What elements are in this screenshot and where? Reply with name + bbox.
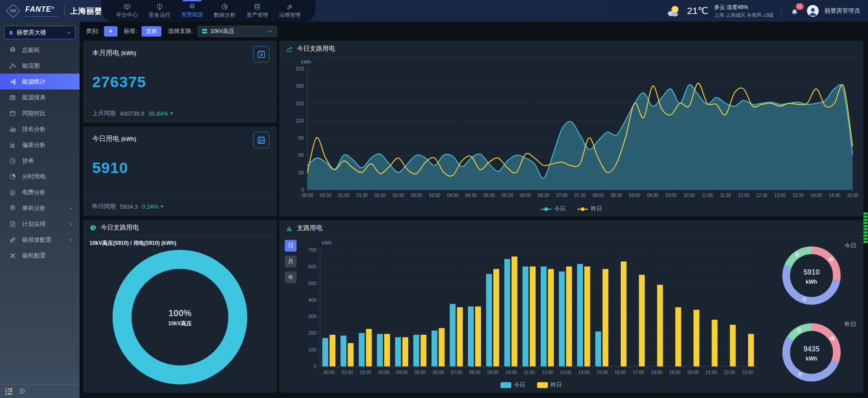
svg-text:14:00: 14:00 [578, 370, 590, 375]
svg-text:20:00: 20:00 [688, 370, 699, 375]
sidebar-item-计划实绩[interactable]: 计划实绩 [0, 216, 80, 232]
legend-item-昨日[interactable]: 昨日 [537, 381, 562, 389]
svg-text:01:30: 01:30 [356, 193, 368, 198]
month-change-percent: 35.84%▼ [148, 110, 174, 117]
today-usage-title: 今日用电(kWh) [92, 135, 136, 143]
svg-text:0: 0 [301, 187, 304, 192]
nav-item-智慧能源[interactable]: ♻智慧能源 [178, 0, 206, 22]
bar-chart-icon [286, 225, 293, 232]
stats-icon [9, 78, 16, 85]
sidebar-item-能耗配置[interactable]: 能耗配置 [0, 248, 80, 263]
pie-icon [221, 3, 228, 10]
svg-text:13:00: 13:00 [774, 193, 786, 198]
period-toggle-年[interactable]: 年 [285, 272, 297, 283]
sidebar-item-偏差分析[interactable]: 偏差分析 [0, 137, 80, 153]
legend-item-今日[interactable]: 今日 [541, 205, 566, 213]
svg-text:平: 平 [802, 297, 807, 303]
period-toggle-日[interactable]: 日 [285, 240, 297, 252]
category-label: 类别: [86, 27, 99, 35]
nav-item-资产管理[interactable]: 资产管理 [243, 0, 271, 22]
svg-text:10kV高压: 10kV高压 [168, 320, 192, 327]
collapse-menu-icon[interactable] [19, 388, 26, 395]
sidebar-item-同期对比[interactable]: 同期对比 [0, 105, 80, 121]
branch-icon [202, 29, 207, 34]
sidebar-item-排名分析[interactable]: 排名分析 [0, 121, 80, 137]
chevron-down-icon [66, 30, 71, 35]
month-usage-card: 本月用电(kWh) 276375 上月同期 430739.8 35.84%▼ [83, 41, 277, 123]
location-pin-icon [8, 30, 14, 36]
legend-item-昨日[interactable]: 昨日 [577, 205, 602, 213]
period-toggle-月[interactable]: 月 [285, 256, 297, 267]
gear-icon: ⚙ [9, 205, 16, 211]
sidebar-item-总能耗[interactable]: ♻总能耗 [0, 42, 80, 58]
month-usage-value: 276375 [92, 73, 146, 91]
trend-chart-icon [286, 45, 293, 52]
energy-dashboard: 风特 FANTE® 上海丽婴房大楼 平台中心安全运行♻智慧能源数据分析资产管理运… [0, 0, 868, 398]
svg-text:16:00: 16:00 [615, 370, 626, 375]
nav-item-label: 资产管理 [246, 11, 268, 19]
svg-text:平: 平 [797, 372, 802, 378]
svg-text:03:30: 03:30 [429, 193, 440, 198]
branch-tag-button[interactable]: 支路 [142, 26, 161, 37]
sidebar-item-能流图[interactable]: 能流图 [0, 58, 80, 74]
line-chart: kWh030609012015018021000:0000:3001:0001:… [279, 57, 863, 202]
sidebar-item-单耗分析[interactable]: ⚙单耗分析 [0, 200, 80, 216]
svg-text:400: 400 [308, 297, 316, 303]
monitor-icon [123, 3, 131, 10]
legend-marker [577, 207, 588, 211]
nav-item-数据分析[interactable]: 数据分析 [211, 0, 239, 22]
month-calendar-button[interactable] [253, 46, 269, 62]
nav-item-平台中心[interactable]: 平台中心 [113, 0, 141, 22]
sidebar-item-label: 能源统计 [22, 78, 46, 86]
brand-name: FANTE® [25, 5, 54, 13]
sidebar-item-分时用电[interactable]: 分时用电 [0, 169, 80, 184]
branch-share-donut: 100%10kV高压 [112, 249, 248, 387]
sidebar-item-label: 能耗配置 [22, 252, 46, 260]
svg-text:60: 60 [298, 152, 304, 158]
line-chart-legend: 今日昨日 [279, 205, 863, 213]
svg-text:09:00: 09:00 [629, 193, 640, 198]
sidebar-item-能源报表[interactable]: 能源报表 [0, 89, 80, 105]
apps-grid-icon[interactable] [5, 388, 12, 395]
avatar[interactable] [807, 5, 819, 17]
sidebar-item-label: 分时用电 [22, 173, 46, 181]
svg-text:00:30: 00:30 [320, 193, 331, 198]
branch-share-title: 今日支路用电 [101, 224, 139, 232]
svg-text:120: 120 [296, 118, 304, 123]
scrollbar-thumb[interactable] [863, 212, 868, 244]
meter-icon [9, 157, 16, 164]
svg-text:600: 600 [308, 264, 316, 269]
today-calendar-button[interactable]: 27 [253, 132, 269, 148]
month-compare-label: 上月同期 [92, 109, 116, 117]
notifications-button[interactable]: 11 [789, 4, 801, 18]
svg-text:08:00: 08:00 [593, 193, 604, 198]
sidebar-item-碳排放配置[interactable]: 碳排放配置 [0, 232, 80, 248]
chevron-down-icon [69, 222, 74, 226]
brand-logo-icon: 风特 [6, 4, 20, 18]
svg-text:04:00: 04:00 [447, 193, 458, 198]
sidebar-item-能源统计[interactable]: 能源统计 [0, 74, 80, 89]
nav-item-安全运行[interactable]: 安全运行 [146, 0, 174, 22]
bar-card-header: 支路用电 [279, 220, 863, 237]
top-navbar: 风特 FANTE® 上海丽婴房大楼 平台中心安全运行♻智慧能源数据分析资产管理运… [0, 0, 868, 22]
ranking-icon [9, 126, 16, 133]
sidebar-item-label: 抄表 [22, 157, 34, 165]
pie-chart-icon [90, 224, 97, 231]
nav-item-运维管理[interactable]: 运维管理 [276, 0, 304, 22]
sidebar-item-电费分析[interactable]: 电费分析 [0, 184, 80, 200]
bar-chart: kWh010020030040050060070000:0001:0002:00… [303, 238, 760, 381]
legend-item-今日[interactable]: 今日 [500, 381, 525, 389]
user-name[interactable]: 丽婴房管理员 [825, 7, 860, 15]
tou-donut-yesterday: 峰平谷9435kWh [778, 318, 845, 388]
tools-icon [9, 252, 16, 259]
branch-select[interactable]: 10kV高压 [198, 26, 277, 37]
site-selector[interactable]: 丽婴房大楼 [4, 26, 75, 39]
branch-share-card: 今日支路用电 10kV高压(5910) / 用电(5910) (kWh) 100… [83, 220, 277, 393]
svg-text:23:00: 23:00 [742, 370, 753, 375]
wrench-icon [286, 3, 293, 10]
svg-text:谷: 谷 [797, 328, 802, 333]
sidebar-item-抄表[interactable]: 抄表 [0, 153, 80, 169]
weather-icon [666, 4, 681, 18]
svg-text:02:00: 02:00 [374, 193, 386, 198]
electricity-category-button[interactable] [104, 26, 118, 37]
